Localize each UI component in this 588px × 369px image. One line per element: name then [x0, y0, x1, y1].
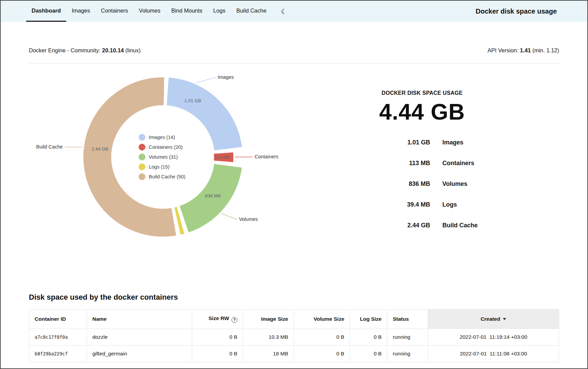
cell-name: dozzle	[87, 329, 192, 345]
legend-label: Build Cache (50)	[149, 174, 185, 179]
main-content: Docker Engine - Community: 20.10.14 (lin…	[1, 22, 587, 362]
cell-log-size: 0 B	[350, 345, 387, 362]
callout-line-volumes	[221, 213, 237, 219]
cell-container-id: a7c8c17f0f0a	[29, 329, 87, 345]
summary-row-build-cache: 2.44 GBBuild Cache	[379, 222, 478, 229]
summary-row-volumes: 836 MBVolumes	[379, 180, 478, 188]
cell-status: running	[387, 345, 428, 362]
summary-label: Images	[442, 139, 463, 146]
segment-value-label-volumes: 836 MB	[205, 193, 221, 198]
api-version-label: API Version:	[488, 47, 518, 53]
table-row: b8f29ba229cfgifted_germain0 B18 MB0 B0 B…	[29, 345, 559, 362]
col-header-size-rw[interactable]: Size RW?	[192, 310, 243, 329]
disk-usage-section: 1.01 GBImages113 MBContainers836 MBVolum…	[29, 64, 559, 261]
segment-name-label-images: Images	[218, 74, 234, 80]
legend-label: Images (14)	[149, 135, 175, 140]
summary-label: Build Cache	[442, 222, 478, 229]
col-header-log-size[interactable]: Log Size	[350, 310, 387, 329]
segment-value-label-images: 1.01 GB	[184, 98, 201, 103]
summary-row-images: 1.01 GBImages	[379, 139, 478, 146]
cell-size-rw: 0 B	[192, 329, 243, 345]
summary-label: Containers	[442, 160, 474, 167]
legend-dot-icon	[139, 144, 145, 151]
cell-container-id: b8f29ba229cf	[29, 345, 87, 362]
help-icon[interactable]: ?	[232, 317, 237, 323]
legend-item-volumes[interactable]: Volumes (31)	[139, 154, 185, 160]
legend-dot-icon	[139, 134, 145, 141]
summary-row-logs: 39.4 MBLogs	[379, 201, 478, 208]
cell-created: 2022-07-01 11:11:08 +03:00	[428, 345, 559, 362]
col-header-size-rw-label: Size RW	[208, 315, 229, 321]
col-header-status[interactable]: Status	[387, 310, 428, 329]
engine-info-row: Docker Engine - Community: 20.10.14 (lin…	[29, 47, 559, 54]
api-version-value: 1.41	[520, 47, 531, 53]
segment-name-label-build-cache: Build Cache	[36, 144, 63, 150]
col-header-container-id[interactable]: Container ID	[29, 310, 87, 329]
summary-label: Volumes	[442, 180, 467, 188]
summary-value: 2.44 GB	[379, 222, 430, 229]
summary-header: DOCKER DISK SPACE USAGE 4.44 GB	[379, 90, 465, 125]
chart-legend: Images (14)Containers (20)Volumes (31)Lo…	[139, 134, 185, 180]
cell-created: 2022-07-01 11:19:14 +03:00	[428, 329, 559, 345]
cell-volume-size: 0 B	[294, 329, 350, 345]
tab-volumes[interactable]: Volumes	[133, 1, 166, 22]
tab-logs[interactable]: Logs	[208, 1, 231, 22]
col-header-created[interactable]: Created	[428, 310, 559, 329]
summary-title: DOCKER DISK SPACE USAGE	[379, 90, 465, 96]
tab-build-cache[interactable]: Build Cache	[231, 1, 272, 22]
containers-table-body: a7c8c17f0f0adozzle0 B10.3 MB0 B0 Brunnin…	[29, 329, 559, 362]
legend-label: Containers (20)	[149, 144, 183, 150]
legend-item-logs[interactable]: Logs (15)	[139, 163, 185, 170]
cell-image-size: 10.3 MB	[243, 329, 294, 345]
legend-item-images[interactable]: Images (14)	[139, 134, 185, 141]
containers-table: Container ID Name Size RW? Image Size Vo…	[29, 309, 559, 362]
legend-dot-icon	[139, 173, 145, 180]
summary-value: 39.4 MB	[379, 201, 430, 208]
summary-label: Logs	[442, 201, 457, 208]
callout-line-images	[196, 77, 216, 83]
legend-item-build-cache[interactable]: Build Cache (50)	[139, 173, 185, 180]
cell-status: running	[387, 329, 428, 345]
legend-item-containers[interactable]: Containers (20)	[139, 144, 185, 151]
col-header-created-label: Created	[481, 316, 500, 322]
engine-version: 20.10.14	[102, 47, 124, 53]
segment-value-label-build-cache: 2.44 GB	[92, 146, 109, 152]
legend-label: Volumes (31)	[149, 154, 178, 160]
tab-containers[interactable]: Containers	[95, 1, 133, 22]
summary-value: 836 MB	[379, 180, 430, 188]
sort-caret-icon	[503, 318, 506, 320]
engine-label: Docker Engine - Community:	[29, 47, 100, 53]
summary-row-containers: 113 MBContainers	[379, 160, 478, 167]
app-title: Docker disk space usage	[476, 7, 557, 15]
cell-image-size: 18 MB	[243, 345, 294, 362]
table-header-row: Container ID Name Size RW? Image Size Vo…	[29, 310, 559, 329]
legend-label: Logs (15)	[149, 164, 169, 170]
api-version-min: (min. 1.12)	[532, 47, 559, 53]
segment-name-label-volumes: Volumes	[239, 216, 258, 222]
col-header-name[interactable]: Name	[87, 310, 192, 329]
segment-value-label-containers: 113 MB	[215, 155, 230, 160]
disk-usage-summary: DOCKER DISK SPACE USAGE 4.44 GB 1.01 GBI…	[379, 64, 478, 229]
tab-images[interactable]: Images	[66, 1, 95, 22]
containers-section: Disk space used by the docker containers…	[29, 293, 559, 362]
cell-size-rw: 0 B	[192, 345, 243, 362]
tab-bind-mounts[interactable]: Bind Mounts	[166, 1, 208, 22]
col-header-image-size[interactable]: Image Size	[243, 310, 294, 329]
tab-dashboard[interactable]: Dashboard	[26, 1, 66, 22]
disk-usage-donut-chart: 1.01 GBImages113 MBContainers836 MBVolum…	[29, 60, 321, 261]
cell-log-size: 0 B	[350, 329, 387, 345]
app-window: DashboardImagesContainersVolumesBind Mou…	[0, 0, 588, 369]
engine-platform: (linux)	[125, 47, 141, 53]
containers-section-title: Disk space used by the docker containers	[29, 293, 559, 302]
api-version-info: API Version: 1.41 (min. 1.12)	[488, 47, 559, 54]
summary-rows: 1.01 GBImages113 MBContainers836 MBVolum…	[379, 139, 478, 229]
engine-info: Docker Engine - Community: 20.10.14 (lin…	[29, 47, 141, 54]
dark-mode-toggle[interactable]: ☾	[279, 7, 289, 15]
legend-dot-icon	[139, 154, 145, 160]
segment-name-label-containers: Containers	[255, 154, 278, 159]
nav-tabs: DashboardImagesContainersVolumesBind Mou…	[26, 1, 272, 22]
cell-volume-size: 0 B	[294, 345, 350, 362]
legend-dot-icon	[139, 163, 145, 170]
table-row: a7c8c17f0f0adozzle0 B10.3 MB0 B0 Brunnin…	[29, 329, 559, 345]
col-header-volume-size[interactable]: Volume Size	[294, 310, 350, 329]
